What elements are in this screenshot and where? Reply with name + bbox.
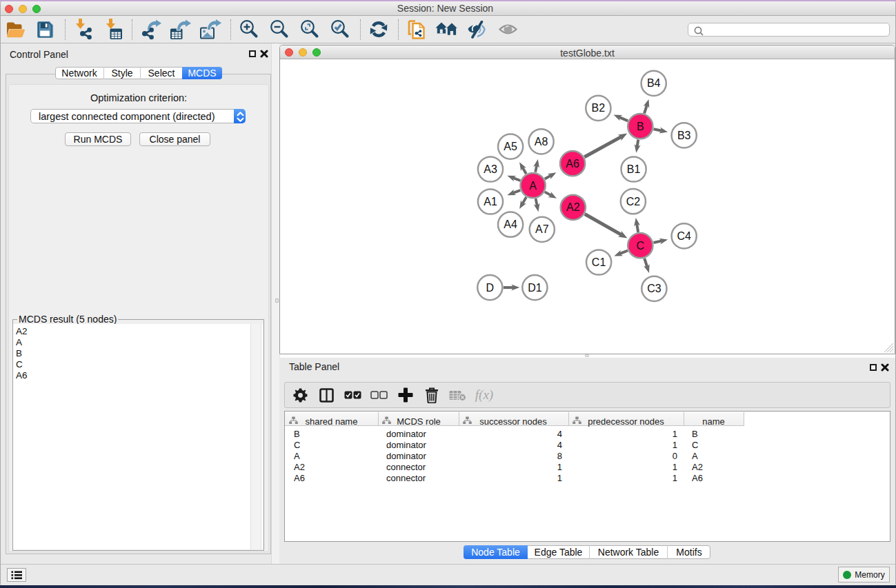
svg-text:A2: A2 [566, 201, 580, 213]
svg-text:A3: A3 [484, 163, 497, 175]
svg-text:D1: D1 [528, 282, 542, 294]
svg-text:A8: A8 [535, 136, 548, 148]
svg-text:B3: B3 [677, 130, 691, 141]
svg-text:C: C [637, 240, 645, 252]
svg-text:B: B [637, 121, 644, 132]
svg-text:C3: C3 [647, 283, 661, 294]
svg-text:A1: A1 [484, 196, 497, 207]
svg-text:A4: A4 [504, 219, 517, 230]
svg-text:C4: C4 [677, 230, 691, 242]
svg-text:A5: A5 [504, 141, 517, 152]
svg-text:D: D [486, 282, 495, 294]
svg-text:A: A [529, 180, 537, 192]
svg-text:A6: A6 [566, 158, 579, 170]
svg-text:B2: B2 [592, 102, 606, 114]
svg-text:B4: B4 [647, 77, 661, 89]
svg-text:C2: C2 [626, 196, 641, 207]
svg-text:C1: C1 [592, 256, 606, 268]
svg-text:B1: B1 [627, 163, 641, 175]
svg-text:A7: A7 [535, 223, 549, 235]
